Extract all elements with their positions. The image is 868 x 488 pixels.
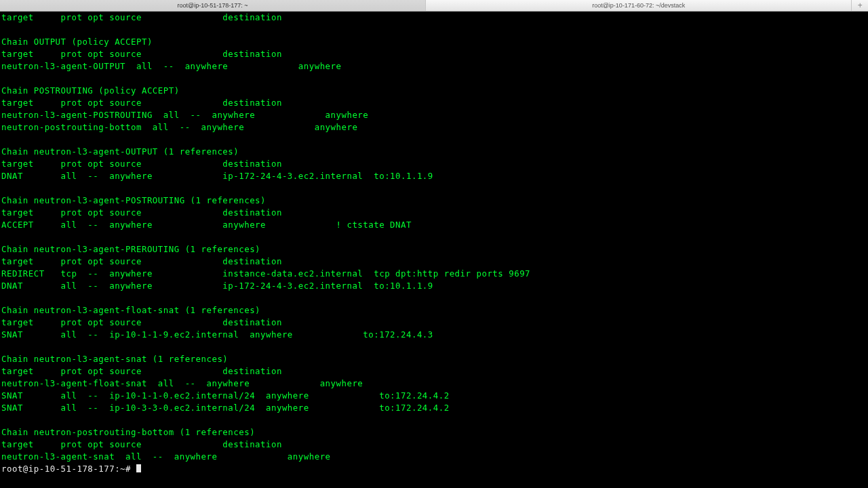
shell-prompt[interactable]: root@ip-10-51-178-177:~# bbox=[1, 464, 136, 474]
add-tab-button[interactable]: + bbox=[852, 0, 868, 11]
tab-bar: root@ip-10-51-178-177: ~ root@ip-10-171-… bbox=[0, 0, 868, 12]
terminal-text: target prot opt source destination Chain… bbox=[1, 12, 530, 462]
plus-icon: + bbox=[858, 1, 863, 10]
tab-inactive[interactable]: root@ip-10-171-60-72: ~/devstack bbox=[426, 0, 852, 11]
terminal-output[interactable]: target prot opt source destination Chain… bbox=[0, 12, 868, 488]
tab-inactive-label: root@ip-10-171-60-72: ~/devstack bbox=[592, 2, 685, 9]
cursor-icon bbox=[136, 464, 141, 472]
tab-active-label: root@ip-10-51-178-177: ~ bbox=[178, 2, 248, 9]
tab-active[interactable]: root@ip-10-51-178-177: ~ bbox=[0, 0, 426, 11]
